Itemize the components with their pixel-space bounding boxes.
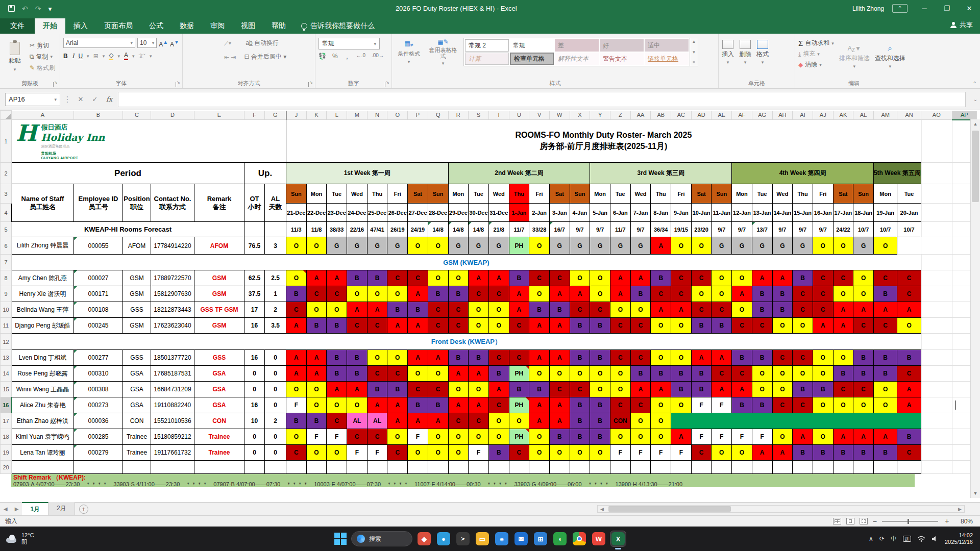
shift-cell[interactable]: O	[428, 445, 448, 461]
shift-cell[interactable]: A	[529, 318, 550, 334]
account-name[interactable]: Lilith Zhong	[852, 5, 884, 12]
shift-cell[interactable]: A	[428, 350, 448, 366]
fill-button[interactable]: ⤓填充▾	[798, 49, 834, 58]
shift-cell[interactable]: G	[570, 237, 590, 255]
column-header-Y[interactable]: Y	[590, 111, 610, 120]
shift-cell[interactable]: B	[793, 382, 813, 397]
shift-cell[interactable]: C	[813, 286, 833, 302]
shift-cell[interactable]: A	[286, 350, 307, 366]
day-name-cell[interactable]: Sat	[408, 184, 428, 204]
empty-cell[interactable]	[921, 350, 952, 366]
shift-cell[interactable]: O	[752, 382, 772, 397]
shift-cell[interactable]: O	[630, 429, 651, 445]
cell-style-item[interactable]: 警告文本	[600, 53, 644, 65]
shift-cell[interactable]: O	[772, 366, 793, 382]
shift-cell[interactable]: F	[306, 429, 327, 445]
date-cell[interactable]: 11-Jan	[712, 204, 732, 222]
forecast-cell[interactable]: 9/7	[570, 222, 590, 237]
forecast-cell[interactable]: 14/8	[469, 222, 489, 237]
shift-cell[interactable]: G	[367, 237, 387, 255]
column-header-M[interactable]: M	[347, 111, 368, 120]
empty-cell[interactable]	[286, 461, 307, 474]
shift-cell[interactable]: O	[671, 237, 692, 255]
shift-cell[interactable]: O	[387, 286, 408, 302]
empty-cell[interactable]	[549, 461, 570, 474]
shift-cell[interactable]: C	[306, 286, 327, 302]
shift-cell[interactable]: B	[347, 270, 368, 286]
column-header-AM[interactable]: AM	[873, 111, 897, 120]
empty-cell[interactable]	[265, 461, 286, 474]
date-cell[interactable]: 23-Dec	[327, 204, 347, 222]
empty-cell[interactable]	[921, 413, 952, 429]
wps-app-icon[interactable]: W	[591, 531, 606, 546]
shift-cell[interactable]: O	[813, 366, 833, 382]
shift-cell[interactable]: A	[630, 270, 651, 286]
date-cell[interactable]: 28-Dec	[428, 204, 448, 222]
shift-cell[interactable]: C	[671, 270, 692, 286]
grow-font-icon[interactable]: A▲	[159, 39, 168, 48]
font-color-icon[interactable]: A	[124, 52, 128, 60]
shift-cell[interactable]: O	[897, 318, 921, 334]
shift-cell[interactable]: C	[347, 318, 368, 334]
shift-cell[interactable]: O	[610, 429, 631, 445]
ime-indicator[interactable]: 中	[891, 535, 897, 543]
position-cell[interactable]: GSS	[123, 302, 151, 318]
taskbar-search-box[interactable]: 搜索	[351, 531, 412, 546]
normal-view-icon[interactable]	[833, 518, 841, 524]
day-name-cell[interactable]: Sun	[286, 184, 307, 204]
shift-cell[interactable]: O	[529, 286, 550, 302]
day-name-cell[interactable]: Sun	[712, 184, 732, 204]
forecast-cell[interactable]: 26/19	[387, 222, 408, 237]
forecast-cell[interactable]: 14/8	[448, 222, 469, 237]
shift-cell[interactable]: A	[873, 302, 897, 318]
shift-cell[interactable]: B	[570, 397, 590, 413]
shift-cell[interactable]: O	[873, 237, 897, 255]
shift-cell[interactable]: O	[651, 413, 671, 429]
shift-cell[interactable]: C	[286, 302, 307, 318]
row-header-14[interactable]: 14	[1, 366, 12, 382]
shift-cell[interactable]: B	[853, 445, 874, 461]
empty-cell[interactable]	[897, 237, 921, 255]
empty-cell[interactable]	[732, 461, 752, 474]
column-header-Q[interactable]: Q	[428, 111, 448, 120]
vertical-scrollbar[interactable]: ▲ ▼	[970, 119, 980, 498]
shift-cell[interactable]: B	[671, 366, 692, 382]
empty-cell[interactable]	[921, 366, 952, 382]
shift-cell[interactable]: A	[897, 302, 921, 318]
sheet-nav-left-icon[interactable]: ◀	[0, 506, 11, 512]
column-header-AL[interactable]: AL	[853, 111, 874, 120]
shift-cell[interactable]: B	[529, 302, 550, 318]
shift-cell[interactable]: B	[691, 382, 712, 397]
shift-cell[interactable]: O	[590, 286, 610, 302]
shift-cell[interactable]: B	[327, 366, 347, 382]
column-header-N[interactable]: N	[367, 111, 387, 120]
shift-cell[interactable]: B	[286, 286, 307, 302]
shift-cell[interactable]: F	[651, 445, 671, 461]
shift-cell[interactable]: C	[873, 270, 897, 286]
column-header-E[interactable]: E	[194, 111, 244, 120]
shift-cell[interactable]: PH	[509, 397, 529, 413]
shift-cell[interactable]: O	[306, 382, 327, 397]
shift-cell[interactable]: B	[570, 413, 590, 429]
shift-cell[interactable]: O	[327, 302, 347, 318]
shift-cell[interactable]: O	[691, 237, 712, 255]
day-name-cell[interactable]: Mon	[590, 184, 610, 204]
shift-cell[interactable]: B	[732, 350, 752, 366]
staff-name-cell[interactable]: Kimi Yuan 袁宇嵘鸣	[12, 429, 74, 445]
forecast-cell[interactable]: 9/7	[630, 222, 651, 237]
shift-cell[interactable]: O	[833, 350, 853, 366]
shift-cell[interactable]: AL	[367, 413, 387, 429]
shift-cell[interactable]: O	[347, 397, 368, 413]
number-format-select[interactable]: 常规▾	[318, 38, 380, 49]
shift-cell[interactable]: O	[793, 366, 813, 382]
menu-tab-开始[interactable]: 开始	[35, 18, 65, 34]
day-name-cell[interactable]: Tue	[469, 184, 489, 204]
italic-button[interactable]: I	[72, 53, 75, 60]
vertical-scroll-thumb[interactable]	[972, 131, 979, 202]
row-header-15[interactable]: 15	[1, 382, 12, 397]
employee-id-cell[interactable]: 000171	[74, 286, 123, 302]
day-name-cell[interactable]: Sat	[833, 184, 853, 204]
cell[interactable]	[921, 184, 952, 204]
shift-cell[interactable]: B	[488, 366, 509, 382]
shift-cell[interactable]: A	[853, 429, 874, 445]
